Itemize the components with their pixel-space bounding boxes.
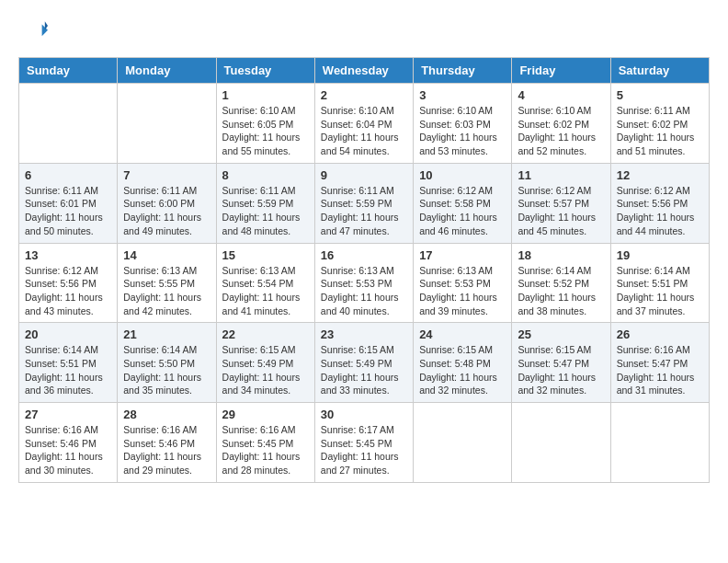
day-info: Sunrise: 6:15 AMSunset: 5:47 PMDaylight:… bbox=[518, 343, 604, 397]
calendar-cell bbox=[118, 84, 216, 164]
day-info: Sunrise: 6:13 AMSunset: 5:55 PMDaylight:… bbox=[123, 264, 210, 318]
day-number: 7 bbox=[123, 168, 210, 182]
weekday-header-wednesday: Wednesday bbox=[314, 58, 413, 84]
calendar-cell: 19Sunrise: 6:14 AMSunset: 5:51 PMDayligh… bbox=[610, 243, 709, 323]
weekday-header-row: SundayMondayTuesdayWednesdayThursdayFrid… bbox=[19, 58, 710, 84]
day-number: 18 bbox=[518, 248, 604, 262]
calendar-cell bbox=[610, 403, 709, 483]
page-header bbox=[18, 18, 710, 48]
calendar-week-4: 20Sunrise: 6:14 AMSunset: 5:51 PMDayligh… bbox=[19, 323, 710, 403]
day-info: Sunrise: 6:15 AMSunset: 5:49 PMDaylight:… bbox=[321, 343, 407, 397]
calendar-cell: 8Sunrise: 6:11 AMSunset: 5:59 PMDaylight… bbox=[216, 163, 314, 243]
day-info: Sunrise: 6:16 AMSunset: 5:47 PMDaylight:… bbox=[617, 343, 703, 397]
calendar-cell: 26Sunrise: 6:16 AMSunset: 5:47 PMDayligh… bbox=[610, 323, 709, 403]
calendar-week-5: 27Sunrise: 6:16 AMSunset: 5:46 PMDayligh… bbox=[19, 403, 710, 483]
calendar-week-1: 1Sunrise: 6:10 AMSunset: 6:05 PMDaylight… bbox=[19, 84, 710, 164]
day-info: Sunrise: 6:14 AMSunset: 5:51 PMDaylight:… bbox=[617, 264, 703, 318]
calendar-cell: 23Sunrise: 6:15 AMSunset: 5:49 PMDayligh… bbox=[314, 323, 413, 403]
day-info: Sunrise: 6:10 AMSunset: 6:04 PMDaylight:… bbox=[321, 104, 407, 158]
day-number: 4 bbox=[518, 88, 604, 102]
day-number: 3 bbox=[419, 88, 506, 102]
calendar-cell: 6Sunrise: 6:11 AMSunset: 6:01 PMDaylight… bbox=[19, 163, 118, 243]
day-info: Sunrise: 6:13 AMSunset: 5:53 PMDaylight:… bbox=[321, 264, 407, 318]
calendar-cell: 9Sunrise: 6:11 AMSunset: 5:59 PMDaylight… bbox=[314, 163, 413, 243]
calendar-cell: 27Sunrise: 6:16 AMSunset: 5:46 PMDayligh… bbox=[19, 403, 118, 483]
day-number: 16 bbox=[321, 248, 407, 262]
weekday-header-friday: Friday bbox=[512, 58, 610, 84]
day-info: Sunrise: 6:13 AMSunset: 5:53 PMDaylight:… bbox=[419, 264, 506, 318]
day-info: Sunrise: 6:17 AMSunset: 5:45 PMDaylight:… bbox=[321, 423, 407, 477]
day-info: Sunrise: 6:12 AMSunset: 5:56 PMDaylight:… bbox=[25, 264, 111, 318]
day-info: Sunrise: 6:12 AMSunset: 5:58 PMDaylight:… bbox=[419, 184, 506, 238]
day-number: 15 bbox=[222, 248, 309, 262]
calendar-week-2: 6Sunrise: 6:11 AMSunset: 6:01 PMDaylight… bbox=[19, 163, 710, 243]
calendar-cell: 11Sunrise: 6:12 AMSunset: 5:57 PMDayligh… bbox=[512, 163, 610, 243]
day-info: Sunrise: 6:14 AMSunset: 5:52 PMDaylight:… bbox=[518, 264, 604, 318]
day-number: 24 bbox=[419, 327, 506, 341]
day-info: Sunrise: 6:16 AMSunset: 5:46 PMDaylight:… bbox=[25, 423, 111, 477]
day-info: Sunrise: 6:10 AMSunset: 6:03 PMDaylight:… bbox=[419, 104, 506, 158]
day-number: 29 bbox=[222, 408, 309, 421]
day-number: 22 bbox=[222, 327, 309, 341]
calendar-cell: 22Sunrise: 6:15 AMSunset: 5:49 PMDayligh… bbox=[216, 323, 314, 403]
day-info: Sunrise: 6:11 AMSunset: 6:01 PMDaylight:… bbox=[25, 184, 111, 238]
day-number: 2 bbox=[321, 88, 407, 102]
calendar-cell: 14Sunrise: 6:13 AMSunset: 5:55 PMDayligh… bbox=[118, 243, 216, 323]
day-info: Sunrise: 6:15 AMSunset: 5:48 PMDaylight:… bbox=[419, 343, 506, 397]
day-info: Sunrise: 6:11 AMSunset: 6:02 PMDaylight:… bbox=[617, 104, 703, 158]
calendar-cell: 30Sunrise: 6:17 AMSunset: 5:45 PMDayligh… bbox=[314, 403, 413, 483]
calendar-cell: 16Sunrise: 6:13 AMSunset: 5:53 PMDayligh… bbox=[314, 243, 413, 323]
day-number: 12 bbox=[617, 168, 703, 182]
day-info: Sunrise: 6:13 AMSunset: 5:54 PMDaylight:… bbox=[222, 264, 309, 318]
day-number: 8 bbox=[222, 168, 309, 182]
calendar-cell: 21Sunrise: 6:14 AMSunset: 5:50 PMDayligh… bbox=[118, 323, 216, 403]
calendar-cell: 12Sunrise: 6:12 AMSunset: 5:56 PMDayligh… bbox=[610, 163, 709, 243]
calendar-cell: 28Sunrise: 6:16 AMSunset: 5:46 PMDayligh… bbox=[118, 403, 216, 483]
day-info: Sunrise: 6:12 AMSunset: 5:57 PMDaylight:… bbox=[518, 184, 604, 238]
day-number: 25 bbox=[518, 327, 604, 341]
day-info: Sunrise: 6:15 AMSunset: 5:49 PMDaylight:… bbox=[222, 343, 309, 397]
day-number: 1 bbox=[222, 88, 309, 102]
calendar-cell: 18Sunrise: 6:14 AMSunset: 5:52 PMDayligh… bbox=[512, 243, 610, 323]
weekday-header-sunday: Sunday bbox=[19, 58, 118, 84]
day-number: 11 bbox=[518, 168, 604, 182]
calendar-cell: 2Sunrise: 6:10 AMSunset: 6:04 PMDaylight… bbox=[314, 84, 413, 164]
calendar-table: SundayMondayTuesdayWednesdayThursdayFrid… bbox=[18, 57, 710, 483]
day-number: 20 bbox=[25, 327, 111, 341]
day-info: Sunrise: 6:14 AMSunset: 5:51 PMDaylight:… bbox=[25, 343, 111, 397]
calendar-cell: 3Sunrise: 6:10 AMSunset: 6:03 PMDaylight… bbox=[414, 84, 512, 164]
day-number: 6 bbox=[25, 168, 111, 182]
day-number: 26 bbox=[617, 327, 703, 341]
day-number: 28 bbox=[123, 408, 210, 421]
calendar-cell: 29Sunrise: 6:16 AMSunset: 5:45 PMDayligh… bbox=[216, 403, 314, 483]
day-info: Sunrise: 6:10 AMSunset: 6:02 PMDaylight:… bbox=[518, 104, 604, 158]
day-number: 23 bbox=[321, 327, 407, 341]
day-info: Sunrise: 6:16 AMSunset: 5:46 PMDaylight:… bbox=[123, 423, 210, 477]
calendar-cell: 10Sunrise: 6:12 AMSunset: 5:58 PMDayligh… bbox=[414, 163, 512, 243]
day-number: 21 bbox=[123, 327, 210, 341]
logo bbox=[18, 18, 51, 48]
calendar-cell: 15Sunrise: 6:13 AMSunset: 5:54 PMDayligh… bbox=[216, 243, 314, 323]
calendar-cell bbox=[512, 403, 610, 483]
calendar-cell: 5Sunrise: 6:11 AMSunset: 6:02 PMDaylight… bbox=[610, 84, 709, 164]
weekday-header-monday: Monday bbox=[118, 58, 216, 84]
day-number: 27 bbox=[25, 408, 111, 421]
day-number: 5 bbox=[617, 88, 703, 102]
day-info: Sunrise: 6:10 AMSunset: 6:05 PMDaylight:… bbox=[222, 104, 309, 158]
calendar-cell: 25Sunrise: 6:15 AMSunset: 5:47 PMDayligh… bbox=[512, 323, 610, 403]
calendar-cell: 4Sunrise: 6:10 AMSunset: 6:02 PMDaylight… bbox=[512, 84, 610, 164]
day-info: Sunrise: 6:12 AMSunset: 5:56 PMDaylight:… bbox=[617, 184, 703, 238]
weekday-header-saturday: Saturday bbox=[610, 58, 709, 84]
day-number: 10 bbox=[419, 168, 506, 182]
weekday-header-thursday: Thursday bbox=[414, 58, 512, 84]
day-number: 9 bbox=[321, 168, 407, 182]
day-info: Sunrise: 6:14 AMSunset: 5:50 PMDaylight:… bbox=[123, 343, 210, 397]
day-info: Sunrise: 6:11 AMSunset: 6:00 PMDaylight:… bbox=[123, 184, 210, 238]
logo-icon bbox=[18, 18, 48, 48]
day-info: Sunrise: 6:11 AMSunset: 5:59 PMDaylight:… bbox=[321, 184, 407, 238]
calendar-cell: 7Sunrise: 6:11 AMSunset: 6:00 PMDaylight… bbox=[118, 163, 216, 243]
calendar-cell: 24Sunrise: 6:15 AMSunset: 5:48 PMDayligh… bbox=[414, 323, 512, 403]
weekday-header-tuesday: Tuesday bbox=[216, 58, 314, 84]
day-number: 17 bbox=[419, 248, 506, 262]
day-info: Sunrise: 6:16 AMSunset: 5:45 PMDaylight:… bbox=[222, 423, 309, 477]
